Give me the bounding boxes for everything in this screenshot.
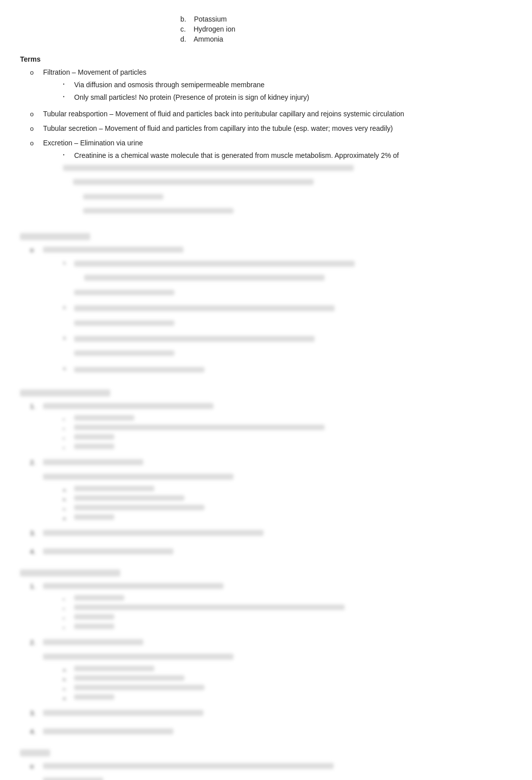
terms-title: Terms [20, 55, 512, 63]
terms-item-excretion: o Excretion – Elimination via urine ▪ Cr… [30, 138, 512, 226]
list-text: Potassium [194, 15, 226, 23]
square-bullet: ▪ [63, 81, 71, 87]
subitem-text: Via diffusion and osmosis through semipe… [74, 80, 264, 90]
blurred-section1-title [20, 233, 512, 242]
list-item: c. Hydrogen ion [180, 25, 512, 33]
blurred-section3-title [20, 569, 512, 578]
blurred-section1: o 1. 2. [20, 245, 512, 381]
subitem: ▪ Creatinine is a chemical waste molecul… [63, 150, 512, 161]
terms-item-filtration: o Filtration – Movement of particles ▪ V… [30, 67, 512, 105]
terms-item-secretion: o Tubular secretion – Movement of fluid … [30, 123, 512, 134]
list-label: b. [180, 15, 192, 23]
subitem: ▪ Via diffusion and osmosis through semi… [63, 80, 512, 90]
square-bullet: ▪ [63, 152, 71, 158]
list-label: c. [180, 25, 192, 33]
subitem-text: Only small particles! No protein (Presen… [74, 92, 309, 103]
bullet-o: o [30, 138, 40, 148]
list-item: d. Ammonia [180, 35, 512, 43]
blurred-section3: 1. ▪ ▪ ▪ ▪ 2. a. b. c. d. [20, 581, 512, 740]
list-item: b. Potassium [180, 15, 512, 23]
filtration-text: Filtration – Movement of particles [43, 68, 146, 76]
list-text: Ammonia [193, 35, 223, 43]
top-sublist: b. Potassium c. Hydrogen ion d. Ammonia [180, 15, 512, 43]
excretion-subitems: ▪ Creatinine is a chemical waste molecul… [63, 150, 512, 161]
terms-list: o Filtration – Movement of particles ▪ V… [30, 67, 512, 226]
blurred-item: o 1. 2. [30, 245, 512, 381]
terms-item-reabsportion: o Tubular reabsportion – Movement of flu… [30, 109, 512, 119]
blurred-section4-title [20, 749, 512, 758]
bullet-o: o [30, 68, 40, 78]
creatinine-text: Creatinine is a chemical waste molecule … [74, 150, 399, 161]
list-text: Hydrogen ion [193, 25, 235, 33]
blurred-excretion-continuation [63, 163, 512, 217]
bullet-o: o [30, 124, 40, 134]
bullet-o: o [30, 109, 40, 119]
square-bullet: ▪ [63, 94, 71, 100]
blurred-section2: 1. ▪ ▪ ▪ ▪ 2. a. b. c. d. [20, 401, 512, 560]
blurred-section2-title [20, 389, 512, 398]
filtration-subitems: ▪ Via diffusion and osmosis through semi… [63, 80, 512, 103]
reabsportion-text: Tubular reabsportion – Movement of fluid… [43, 110, 404, 118]
blurred-section4: o [20, 761, 512, 780]
excretion-text: Excretion – Elimination via urine [43, 139, 143, 147]
list-label: d. [180, 35, 192, 43]
subitem: ▪ Only small particles! No protein (Pres… [63, 92, 512, 103]
secretion-text: Tubular secretion – Movement of fluid an… [43, 124, 393, 132]
